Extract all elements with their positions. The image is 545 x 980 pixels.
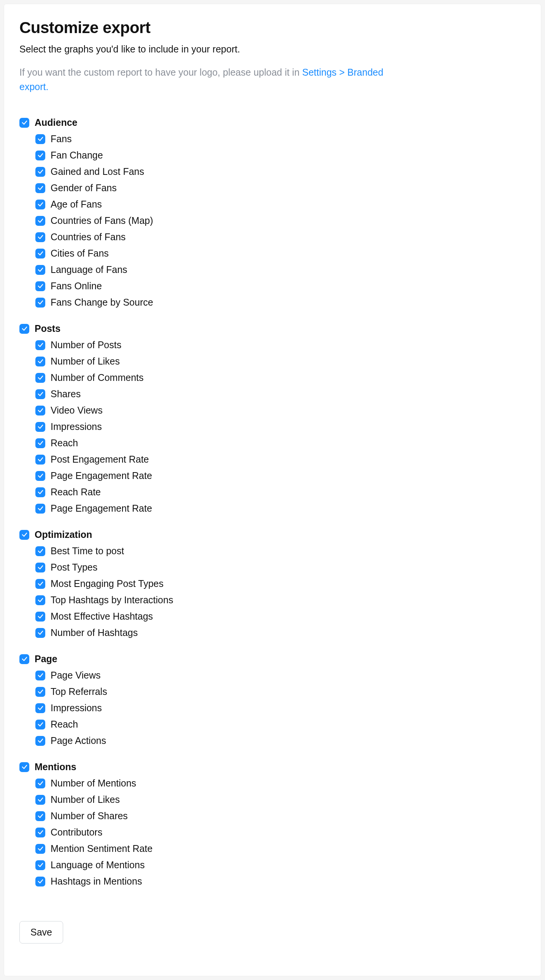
group-checkbox-posts[interactable] — [19, 324, 29, 334]
check-icon — [37, 358, 44, 364]
list-item: Number of Comments — [35, 372, 526, 383]
check-icon — [37, 407, 44, 414]
item-checkbox-post-engagement-rate[interactable] — [35, 455, 45, 465]
group-items: Number of MentionsNumber of LikesNumber … — [19, 778, 526, 887]
item-checkbox-most-effective-hashtags[interactable] — [35, 612, 45, 622]
group-items: Best Time to postPost TypesMost Engaging… — [19, 546, 526, 638]
check-icon — [37, 705, 44, 711]
list-item: Post Types — [35, 562, 526, 573]
group-checkbox-page[interactable] — [19, 654, 29, 664]
item-checkbox-fans-online[interactable] — [35, 281, 45, 291]
group-checkbox-mentions[interactable] — [19, 762, 29, 772]
group-title: Mentions — [35, 761, 76, 772]
item-label: Page Engagement Rate — [51, 503, 152, 514]
check-icon — [37, 564, 44, 571]
item-checkbox-top-referrals[interactable] — [35, 687, 45, 697]
item-checkbox-gender-of-fans[interactable] — [35, 183, 45, 193]
item-checkbox-number-of-mentions[interactable] — [35, 778, 45, 788]
item-checkbox-shares[interactable] — [35, 389, 45, 399]
item-label: Language of Fans — [51, 264, 127, 275]
item-checkbox-number-of-hashtags[interactable] — [35, 628, 45, 638]
group-checkbox-audience[interactable] — [19, 118, 29, 128]
item-checkbox-number-of-posts[interactable] — [35, 340, 45, 350]
check-icon — [37, 218, 44, 224]
item-label: Contributors — [51, 827, 102, 838]
item-checkbox-number-of-likes[interactable] — [35, 795, 45, 805]
check-icon — [21, 119, 28, 126]
list-item: Video Views — [35, 405, 526, 416]
item-checkbox-most-engaging-post-types[interactable] — [35, 579, 45, 589]
list-item: Countries of Fans — [35, 232, 526, 243]
item-label: Number of Likes — [51, 356, 120, 367]
item-label: Top Referrals — [51, 686, 107, 697]
save-button[interactable]: Save — [19, 921, 63, 943]
item-label: Impressions — [51, 421, 102, 432]
list-item: Top Referrals — [35, 686, 526, 697]
check-icon — [21, 764, 28, 770]
item-checkbox-contributors[interactable] — [35, 827, 45, 837]
list-item: Gained and Lost Fans — [35, 166, 526, 177]
list-item: Mention Sentiment Rate — [35, 843, 526, 854]
item-checkbox-fans[interactable] — [35, 134, 45, 144]
item-checkbox-page-engagement-rate[interactable] — [35, 471, 45, 481]
item-label: Shares — [51, 388, 81, 399]
list-item: Fans — [35, 134, 526, 145]
item-checkbox-cities-of-fans[interactable] — [35, 248, 45, 258]
item-label: Number of Posts — [51, 339, 121, 350]
item-checkbox-best-time-to-post[interactable] — [35, 546, 45, 556]
item-checkbox-language-of-fans[interactable] — [35, 265, 45, 275]
check-icon — [37, 489, 44, 495]
item-label: Post Engagement Rate — [51, 454, 149, 465]
list-item: Most Effective Hashtags — [35, 611, 526, 622]
item-checkbox-impressions[interactable] — [35, 703, 45, 713]
group-title: Page — [35, 654, 57, 665]
item-label: Reach — [51, 438, 78, 449]
group-header: Optimization — [19, 529, 526, 540]
item-checkbox-video-views[interactable] — [35, 406, 45, 415]
check-icon — [21, 656, 28, 662]
group-checkbox-optimization[interactable] — [19, 530, 29, 540]
item-checkbox-number-of-shares[interactable] — [35, 811, 45, 821]
item-checkbox-impressions[interactable] — [35, 422, 45, 432]
item-checkbox-mention-sentiment-rate[interactable] — [35, 844, 45, 854]
list-item: Page Views — [35, 670, 526, 681]
item-checkbox-post-types[interactable] — [35, 563, 45, 573]
item-label: Fan Change — [51, 150, 103, 161]
check-icon — [37, 201, 44, 208]
item-checkbox-language-of-mentions[interactable] — [35, 860, 45, 870]
item-checkbox-page-views[interactable] — [35, 671, 45, 681]
group-header: Page — [19, 654, 526, 665]
item-checkbox-page-actions[interactable] — [35, 736, 45, 746]
item-checkbox-top-hashtags-by-interactions[interactable] — [35, 595, 45, 605]
list-item: Number of Likes — [35, 356, 526, 367]
item-label: Number of Comments — [51, 372, 144, 383]
list-item: Post Engagement Rate — [35, 454, 526, 465]
list-item: Most Engaging Post Types — [35, 578, 526, 589]
item-checkbox-gained-and-lost-fans[interactable] — [35, 167, 45, 177]
item-checkbox-countries-of-fans-map[interactable] — [35, 216, 45, 226]
list-item: Page Engagement Rate — [35, 503, 526, 514]
check-icon — [37, 829, 44, 835]
list-item: Language of Fans — [35, 264, 526, 275]
item-label: Top Hashtags by Interactions — [51, 595, 173, 606]
list-item: Gender of Fans — [35, 183, 526, 194]
page-title: Customize export — [19, 19, 526, 37]
item-checkbox-page-engagement-rate[interactable] — [35, 504, 45, 514]
item-checkbox-reach[interactable] — [35, 720, 45, 730]
item-label: Number of Shares — [51, 810, 128, 821]
item-checkbox-number-of-comments[interactable] — [35, 373, 45, 383]
item-checkbox-number-of-likes[interactable] — [35, 356, 45, 366]
list-item: Impressions — [35, 421, 526, 432]
list-item: Age of Fans — [35, 199, 526, 210]
item-checkbox-age-of-fans[interactable] — [35, 200, 45, 210]
item-label: Reach Rate — [51, 487, 101, 498]
item-label: Page Engagement Rate — [51, 470, 152, 481]
item-checkbox-countries-of-fans[interactable] — [35, 232, 45, 242]
item-checkbox-reach-rate[interactable] — [35, 487, 45, 497]
item-checkbox-reach[interactable] — [35, 438, 45, 448]
group-title: Posts — [35, 323, 61, 334]
item-checkbox-hashtags-in-mentions[interactable] — [35, 877, 45, 886]
item-checkbox-fans-change-by-source[interactable] — [35, 298, 45, 307]
list-item: Number of Shares — [35, 810, 526, 821]
item-checkbox-fan-change[interactable] — [35, 151, 45, 161]
